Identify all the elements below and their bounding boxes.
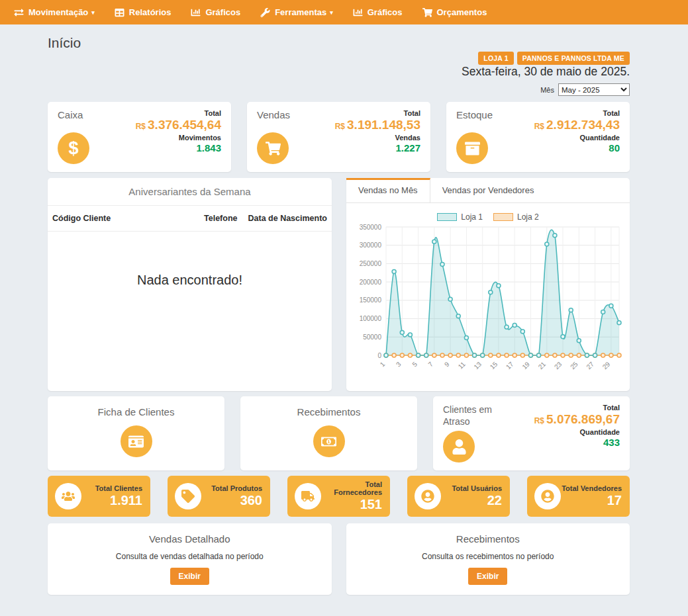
caixa-card: Caixa $ Total R$3.376.454,64 Movimentos …: [48, 102, 231, 172]
svg-text:23: 23: [553, 360, 564, 371]
caret-down-icon: ▾: [330, 9, 333, 16]
svg-text:300000: 300000: [360, 242, 382, 249]
total-value: 3.191.148,53: [347, 118, 420, 132]
cart-icon: [257, 132, 289, 164]
store-badge: LOJA 1: [478, 52, 514, 65]
svg-text:3: 3: [395, 360, 403, 368]
count-label: Quantidade: [534, 134, 620, 142]
count-label: Movimentos: [136, 134, 221, 142]
column-header: Código Cliente: [52, 214, 204, 223]
svg-text:350000: 350000: [360, 224, 382, 231]
company-badge: PANNOS E PANNOS LTDA ME: [517, 52, 630, 65]
nav-item-label: Ferramentas: [275, 7, 326, 17]
total-value: 2.912.734,43: [546, 118, 620, 132]
stat-value: 151: [321, 496, 382, 512]
svg-text:0: 0: [377, 352, 381, 359]
stat-label: Total Clientes: [81, 484, 142, 492]
nav-item-orcamentos[interactable]: Orçamentos: [413, 0, 497, 24]
column-header: Data de Nascimento: [248, 214, 327, 223]
legend-swatch-loja2: [493, 213, 513, 221]
exibir-button[interactable]: Exibir: [468, 568, 507, 585]
vendas-detalhado-card: Vendas Detalhado Consulta de vendas deta…: [48, 523, 332, 595]
tab-vendas-no-mes[interactable]: Vendas no Mês: [346, 178, 430, 202]
vendas-card: Vendas Total R$3.191.148,53 Vendas 1.227: [247, 102, 430, 172]
svg-text:11: 11: [457, 360, 467, 370]
count-value: 1.843: [136, 142, 221, 155]
stat-label: Total Fornecedores: [321, 480, 382, 496]
column-header: Telefone: [204, 214, 237, 223]
card-title: Recebimentos: [346, 533, 630, 545]
bar-chart-icon: [191, 8, 201, 17]
chart-tabs: Vendas no Mês Vendas por Vendedores: [346, 178, 630, 203]
currency-prefix: R$: [136, 122, 146, 131]
count-label: Quantidade: [534, 428, 620, 436]
recebimentos-card[interactable]: Recebimentos: [240, 396, 417, 470]
chart-legend: Loja 1 Loja 2: [346, 212, 630, 222]
total-clientes-card: Total Clientes 1.911: [48, 476, 150, 517]
svg-text:19: 19: [520, 360, 531, 371]
ficha-de-clientes-card[interactable]: Ficha de Clientes: [48, 396, 224, 470]
page-title: Início: [48, 35, 630, 51]
count-value: 80: [534, 142, 620, 155]
legend-item-loja1: Loja 1: [437, 212, 483, 222]
svg-text:21: 21: [537, 360, 548, 371]
currency-prefix: R$: [534, 416, 544, 425]
users-icon: [55, 483, 81, 509]
stat-value: 1.911: [81, 492, 142, 508]
svg-text:200000: 200000: [360, 279, 382, 286]
caret-down-icon: ▾: [91, 9, 95, 16]
nav-item-graficos-2[interactable]: Gráficos: [343, 0, 413, 24]
card-title: Vendas Detalhado: [48, 533, 332, 545]
total-vendedores-card: Total Vendedores 17: [527, 476, 630, 517]
nav-item-label: Relatórios: [129, 7, 172, 17]
store-badges: LOJA 1 PANNOS E PANNOS LTDA ME: [478, 52, 630, 65]
bar-chart-icon: [353, 8, 363, 17]
svg-text:27: 27: [585, 360, 595, 371]
stat-value: 360: [201, 492, 262, 508]
currency-prefix: R$: [335, 122, 345, 131]
dollar-icon: $: [58, 132, 89, 164]
legend-label: Loja 1: [461, 212, 483, 222]
nav-item-relatorios[interactable]: Relatórios: [105, 0, 181, 24]
box-icon: [456, 132, 488, 164]
exibir-button[interactable]: Exibir: [170, 568, 209, 585]
nav-item-label: Gráficos: [205, 7, 240, 17]
wrench-icon: [260, 8, 270, 17]
svg-text:17: 17: [505, 360, 515, 371]
total-label: Total: [534, 404, 620, 412]
svg-text:13: 13: [472, 360, 483, 371]
id-card-icon: [121, 425, 152, 457]
money-bill-icon: [313, 425, 345, 457]
card-title: Ficha de Clientes: [48, 406, 224, 418]
currency-prefix: R$: [534, 122, 544, 131]
stat-label: Total Usuários: [441, 484, 502, 492]
card-title: Clientes em Atraso: [443, 404, 504, 427]
month-select[interactable]: May - 2025: [558, 83, 630, 96]
svg-text:9: 9: [443, 360, 451, 368]
svg-text:50000: 50000: [363, 333, 381, 341]
current-date: Sexta-feira, 30 de maio de 2025.: [48, 65, 630, 79]
exchange-icon: [14, 8, 24, 17]
user-circle-icon: [534, 483, 561, 509]
tab-vendas-por-vendedores[interactable]: Vendas por Vendedores: [430, 178, 546, 202]
count-label: Vendas: [335, 134, 420, 142]
tag-icon: [175, 483, 201, 509]
month-selector-row: Mês May - 2025: [48, 83, 630, 96]
nav-item-movimentacao[interactable]: Movimentação ▾: [4, 0, 105, 24]
total-label: Total: [335, 109, 420, 117]
stat-value: 17: [561, 492, 622, 508]
birthdays-panel: Aniversariantes da Semana Código Cliente…: [48, 178, 332, 391]
count-value: 433: [534, 436, 620, 449]
total-produtos-card: Total Produtos 360: [168, 476, 270, 517]
estoque-card: Estoque Total R$2.912.734,43 Quantidade …: [446, 102, 630, 172]
clientes-em-atraso-card: Clientes em Atraso Total R$5.076.869,67 …: [433, 396, 630, 470]
nav-item-graficos-1[interactable]: Gráficos: [181, 0, 250, 24]
nav-item-ferramentas[interactable]: Ferramentas ▾: [250, 0, 343, 24]
svg-text:7: 7: [427, 360, 435, 368]
stat-value: 22: [441, 492, 502, 508]
svg-text:29: 29: [601, 360, 612, 371]
month-label: Mês: [540, 86, 554, 94]
stat-label: Total Produtos: [201, 484, 262, 492]
birthdays-panel-title: Aniversariantes da Semana: [48, 178, 332, 206]
svg-text:25: 25: [569, 360, 579, 371]
